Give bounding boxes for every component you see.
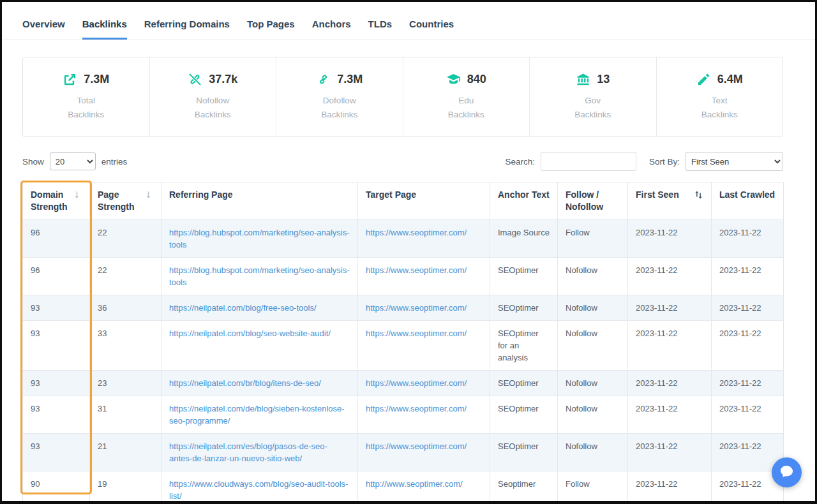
tab-backlinks[interactable]: Backlinks (82, 19, 127, 40)
target-page-link[interactable]: https://www.seoptimer.com/ (366, 441, 467, 451)
first-seen-cell: 2023-11-22 (628, 471, 712, 501)
column-header-referring-page[interactable]: Referring Page (161, 182, 358, 220)
last-crawled-cell: 2023-11-22 (712, 295, 784, 321)
backlinks-table-wrap: Domain StrengthPage StrengthReferring Pa… (22, 182, 783, 501)
show-label: Show (22, 157, 44, 167)
referring-page-link[interactable]: https://neilpatel.com/de/blog/sieben-kos… (169, 404, 345, 426)
graduation-cap-icon (446, 72, 461, 87)
chat-launcher-button[interactable] (772, 457, 802, 487)
target-page-link[interactable]: https://www.seoptimer.com/ (366, 303, 467, 313)
stat-card-total-backlinks: 7.3MTotalBacklinks (23, 57, 150, 137)
chat-icon (779, 464, 794, 481)
column-header-target-page[interactable]: Target Page (358, 182, 490, 220)
stat-card-edu-backlinks: 840EduBacklinks (403, 57, 530, 137)
tab-referring-domains[interactable]: Referring Domains (144, 19, 230, 40)
column-header-follow-nofollow[interactable]: Follow / Nofollow (558, 182, 628, 220)
page-strength-cell: 31 (90, 396, 161, 434)
domain-strength-cell: 93 (23, 434, 90, 471)
domain-strength-cell: 93 (23, 396, 90, 434)
target-page-link[interactable]: https://www.seoptimer.com/ (366, 329, 467, 338)
target-page-link-cell: https://www.seoptimer.com/ (358, 371, 490, 396)
referring-page-link[interactable]: https://blog.hubspot.com/marketing/seo-a… (169, 228, 350, 249)
tab-anchors[interactable]: Anchors (312, 19, 351, 40)
domain-strength-cell: 93 (23, 321, 90, 371)
stat-value: 13 (597, 73, 610, 86)
anchor-text-cell: SEOptimer (490, 295, 558, 321)
referring-page-link[interactable]: https://neilpatel.com/blog/free-seo-tool… (169, 303, 317, 313)
stat-card-text-backlinks: 6.4MTextBacklinks (657, 57, 783, 137)
tab-top-pages[interactable]: Top Pages (247, 19, 295, 40)
sort-by-select[interactable]: First Seen (686, 152, 783, 171)
column-label: Anchor Text (498, 189, 550, 201)
column-header-last-crawled[interactable]: Last Crawled (712, 182, 784, 220)
follow-status-cell: Follow (558, 471, 628, 501)
first-seen-cell: 2023-11-22 (628, 295, 712, 321)
domain-strength-cell: 90 (23, 471, 90, 501)
last-crawled-cell: 2023-11-22 (712, 258, 784, 295)
target-page-link[interactable]: https://www.seoptimer.com/ (366, 228, 467, 237)
referring-page-link-cell: https://neilpatel.com/blog/free-seo-tool… (161, 295, 358, 321)
column-label: Follow / Nofollow (566, 189, 620, 213)
table-row: 9321https://neilpatel.com/es/blog/pasos-… (23, 434, 784, 471)
referring-page-link-cell: https://neilpatel.com/br/blog/itens-de-s… (161, 371, 358, 396)
pencil-icon (696, 72, 711, 87)
follow-status-cell: Follow (558, 220, 628, 258)
column-header-domain-strength[interactable]: Domain Strength (23, 182, 90, 220)
target-page-link-cell: https://www.seoptimer.com/ (358, 321, 490, 371)
target-page-link[interactable]: https://www.seoptimer.com/ (366, 265, 467, 275)
tab-tlds[interactable]: TLDs (368, 19, 393, 40)
first-seen-cell: 2023-11-22 (628, 396, 712, 434)
stat-card-nofollow-backlinks: 37.7kNofollowBacklinks (150, 57, 277, 137)
referring-page-link[interactable]: https://www.cloudways.com/blog/seo-audit… (169, 479, 348, 501)
column-header-first-seen[interactable]: First Seen (628, 182, 712, 220)
backlinks-page: OverviewBacklinksReferring DomainsTop Pa… (2, 2, 815, 501)
column-label: First Seen (636, 189, 679, 201)
stat-label: DofollowBacklinks (321, 94, 357, 122)
anchor-text-cell: SEOptimer for an analysis (490, 321, 558, 371)
tab-overview[interactable]: Overview (22, 19, 65, 40)
column-label: Last Crawled (719, 189, 775, 201)
anchor-text-cell: SEOptimer (490, 434, 558, 471)
stat-label: NofollowBacklinks (195, 94, 231, 122)
anchor-text-cell: SEOptimer (490, 258, 558, 295)
sort-icon[interactable] (144, 189, 153, 200)
stats-panel: 7.3MTotalBacklinks37.7kNofollowBacklinks… (22, 57, 783, 137)
last-crawled-cell: 2023-11-22 (712, 371, 784, 396)
sort-active-icon[interactable] (694, 189, 703, 200)
first-seen-cell: 2023-11-22 (628, 258, 712, 295)
page-strength-cell: 33 (90, 321, 161, 371)
domain-strength-cell: 93 (23, 295, 90, 321)
table-header: Domain StrengthPage StrengthReferring Pa… (23, 182, 784, 220)
stat-label: EduBacklinks (448, 94, 484, 122)
target-page-link[interactable]: https://www.seoptimer.com/ (366, 404, 467, 413)
target-page-link[interactable]: https://www.seoptimer.com/ (366, 378, 467, 388)
referring-page-link[interactable]: https://neilpatel.com/br/blog/itens-de-s… (169, 378, 321, 388)
sort-icon[interactable] (72, 189, 82, 200)
column-header-page-strength[interactable]: Page Strength (90, 182, 161, 220)
referring-page-link-cell: https://neilpatel.com/es/blog/pasos-de-s… (161, 434, 358, 471)
table-body: 9622https://blog.hubspot.com/marketing/s… (23, 220, 784, 501)
domain-strength-cell: 96 (23, 220, 90, 258)
referring-page-link[interactable]: https://neilpatel.com/es/blog/pasos-de-s… (169, 441, 327, 463)
stat-value: 7.3M (337, 73, 363, 86)
referring-page-link[interactable]: https://neilpatel.com/blog/seo-website-a… (169, 329, 331, 338)
table-controls: Show 20 entries Search: Sort By: First S… (22, 152, 783, 171)
search-input[interactable] (541, 152, 636, 171)
link-icon (316, 72, 331, 87)
column-label: Domain Strength (31, 189, 70, 213)
follow-status-cell: Nofollow (558, 371, 628, 396)
follow-status-cell: Nofollow (558, 434, 628, 471)
search-label: Search: (505, 157, 535, 167)
domain-strength-cell: 93 (23, 371, 90, 396)
referring-page-link[interactable]: https://blog.hubspot.com/marketing/seo-a… (169, 265, 350, 287)
column-header-anchor-text[interactable]: Anchor Text (490, 182, 558, 220)
tab-countries[interactable]: Countries (409, 19, 454, 40)
table-row: 9622https://blog.hubspot.com/marketing/s… (23, 220, 784, 258)
stat-value: 7.3M (84, 73, 109, 86)
stat-label: GovBacklinks (574, 94, 611, 122)
target-page-link[interactable]: http://www.seoptimer.com/ (366, 479, 463, 489)
anchor-text-cell: Image Source (490, 220, 558, 258)
entries-control: Show 20 entries (22, 152, 127, 170)
stat-card-dofollow-backlinks: 7.3MDofollowBacklinks (276, 57, 403, 137)
entries-select[interactable]: 20 (50, 152, 96, 170)
